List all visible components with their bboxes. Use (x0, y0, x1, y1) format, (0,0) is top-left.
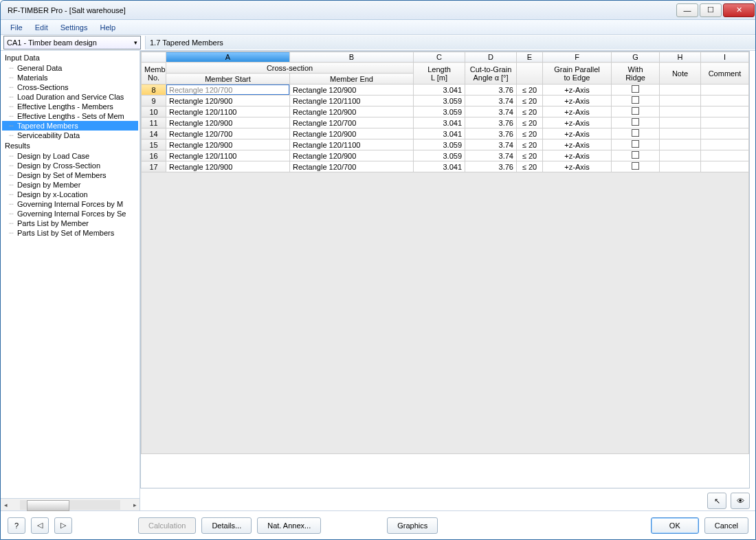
cell-member-start[interactable]: Rectangle 120/700 (166, 85, 290, 95)
cell-length[interactable]: 3.059 (414, 150, 465, 161)
checkbox-icon[interactable] (632, 162, 639, 170)
cell-member-end[interactable]: Rectangle 120/1100 (290, 95, 414, 106)
help-button[interactable]: ? (8, 517, 25, 534)
table-row[interactable]: 15Rectangle 120/900Rectangle 120/11003.0… (142, 139, 749, 150)
cell-angle[interactable]: 3.74 (465, 95, 517, 106)
cell-member-end[interactable]: Rectangle 120/900 (290, 85, 414, 95)
cell-ridge[interactable] (612, 85, 660, 95)
col-A[interactable]: A (166, 52, 290, 63)
row-header[interactable]: 14 (142, 128, 166, 139)
cell-member-start[interactable]: Rectangle 120/900 (166, 139, 290, 150)
cell-ridge[interactable] (612, 139, 660, 150)
tree-item[interactable]: Effective Lengths - Sets of Mem (2, 111, 138, 121)
scroll-left-icon[interactable]: ◂ (1, 502, 10, 508)
cell-length[interactable]: 3.041 (414, 85, 465, 95)
cell-limit[interactable]: ≤ 20 (517, 85, 543, 95)
cell-limit[interactable]: ≤ 20 (517, 139, 543, 150)
menu-file[interactable]: File (5, 21, 28, 34)
table-row[interactable]: 8Rectangle 120/700Rectangle 120/9003.041… (142, 85, 749, 95)
cell-grain[interactable]: +z-Axis (543, 161, 612, 172)
cell-grain[interactable]: +z-Axis (543, 106, 612, 117)
col-D[interactable]: D (465, 52, 517, 63)
row-header[interactable]: 8 (142, 85, 166, 95)
table-row[interactable]: 10Rectangle 120/1100Rectangle 120/9003.0… (142, 106, 749, 117)
col-H[interactable]: H (660, 52, 701, 63)
tree-item[interactable]: Tapered Members (2, 121, 138, 131)
cell-member-start[interactable]: Rectangle 120/700 (166, 128, 290, 139)
cell-grain[interactable]: +z-Axis (543, 85, 612, 95)
checkbox-icon[interactable] (632, 96, 639, 104)
cell-angle[interactable]: 3.76 (465, 128, 517, 139)
cell-note[interactable] (660, 117, 701, 128)
cell-limit[interactable]: ≤ 20 (517, 106, 543, 117)
cell-comment[interactable] (701, 85, 749, 95)
cell-angle[interactable]: 3.74 (465, 106, 517, 117)
cell-angle[interactable]: 3.76 (465, 161, 517, 172)
hdr-cross-section[interactable]: Cross-section (166, 63, 414, 74)
cell-ridge[interactable] (612, 128, 660, 139)
calculation-button[interactable]: Calculation (138, 517, 196, 534)
hdr-comment[interactable]: Comment (701, 63, 749, 85)
cell-member-end[interactable]: Rectangle 120/1100 (290, 139, 414, 150)
tree-item[interactable]: Design by Load Case (2, 151, 138, 161)
cell-angle[interactable]: 3.76 (465, 85, 517, 95)
hdr-member-start[interactable]: Member Start (166, 74, 290, 85)
case-combo[interactable]: CA1 - Timber beam design ▾ (3, 36, 141, 49)
cell-length[interactable]: 3.041 (414, 117, 465, 128)
cell-comment[interactable] (701, 117, 749, 128)
table-row[interactable]: 14Rectangle 120/700Rectangle 120/9003.04… (142, 128, 749, 139)
cell-member-start[interactable]: Rectangle 120/1100 (166, 150, 290, 161)
cell-angle[interactable]: 3.74 (465, 150, 517, 161)
tree-item[interactable]: Effective Lengths - Members (2, 102, 138, 111)
tree-item[interactable]: Cross-Sections (2, 82, 138, 92)
cell-grain[interactable]: +z-Axis (543, 128, 612, 139)
cell-grain[interactable]: +z-Axis (543, 117, 612, 128)
data-grid[interactable]: A B C D E F G H I MemberNo. Cross- (140, 51, 750, 488)
tree-item[interactable]: Design by x-Location (2, 190, 138, 199)
cell-comment[interactable] (701, 128, 749, 139)
tree-item[interactable]: Design by Member (2, 180, 138, 190)
cell-grain[interactable]: +z-Axis (543, 139, 612, 150)
cell-note[interactable] (660, 139, 701, 150)
table-row[interactable]: 17Rectangle 120/900Rectangle 120/7003.04… (142, 161, 749, 172)
cancel-button[interactable]: Cancel (704, 517, 748, 534)
cell-comment[interactable] (701, 150, 749, 161)
cell-grain[interactable]: +z-Axis (543, 95, 612, 106)
hdr-grain[interactable]: Grain Parallelto Edge (543, 63, 612, 85)
cell-ridge[interactable] (612, 106, 660, 117)
tree-item[interactable]: Design by Set of Members (2, 170, 138, 180)
hdr-member-end[interactable]: Member End (290, 74, 414, 85)
col-C[interactable]: C (414, 52, 465, 63)
col-E[interactable]: E (517, 52, 543, 63)
cell-length[interactable]: 3.041 (414, 161, 465, 172)
table-row[interactable]: 9Rectangle 120/900Rectangle 120/11003.05… (142, 95, 749, 106)
hdr-angle[interactable]: Cut-to-GrainAngle α [°] (465, 63, 517, 85)
ok-button[interactable]: OK (651, 517, 699, 534)
hdr-note[interactable]: Note (660, 63, 701, 85)
checkbox-icon[interactable] (632, 140, 639, 148)
cell-length[interactable]: 3.059 (414, 95, 465, 106)
checkbox-icon[interactable] (632, 107, 639, 115)
cell-length[interactable]: 3.041 (414, 128, 465, 139)
tree-item[interactable]: Parts List by Set of Members (2, 228, 138, 238)
maximize-button[interactable]: ☐ (700, 3, 722, 17)
cell-note[interactable] (660, 95, 701, 106)
cell-member-start[interactable]: Rectangle 120/1100 (166, 106, 290, 117)
cell-note[interactable] (660, 161, 701, 172)
row-header[interactable]: 11 (142, 117, 166, 128)
tree-item[interactable]: Design by Cross-Section (2, 161, 138, 170)
scroll-right-icon[interactable]: ▸ (130, 502, 140, 508)
cell-member-end[interactable]: Rectangle 120/900 (290, 150, 414, 161)
tree-h-scrollbar[interactable]: ◂ ▸ (1, 498, 140, 510)
tree-item[interactable]: General Data (2, 63, 138, 73)
graphics-button[interactable]: Graphics (387, 517, 438, 534)
col-corner[interactable] (142, 52, 166, 63)
cell-comment[interactable] (701, 95, 749, 106)
cell-comment[interactable] (701, 106, 749, 117)
details-button[interactable]: Details... (201, 517, 252, 534)
next-button[interactable]: ▷ (54, 517, 72, 534)
hdr-ridge[interactable]: WithRidge (612, 63, 660, 85)
cell-comment[interactable] (701, 139, 749, 150)
row-header[interactable]: 10 (142, 106, 166, 117)
col-F[interactable]: F (543, 52, 612, 63)
